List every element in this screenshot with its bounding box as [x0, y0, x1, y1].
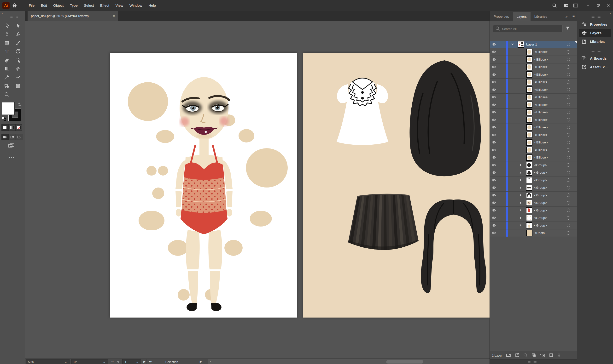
layer-row[interactable]: <Ellipse>: [490, 86, 577, 94]
layer-label[interactable]: <Group>: [534, 208, 547, 212]
visibility-toggle[interactable]: [490, 146, 498, 154]
visibility-toggle[interactable]: [490, 64, 498, 71]
lock-toggle[interactable]: [498, 169, 506, 177]
visibility-toggle[interactable]: [490, 41, 498, 48]
artboard-tool[interactable]: [13, 82, 24, 90]
dock-button-layers[interactable]: Layers: [579, 29, 611, 37]
clipping-mask-icon[interactable]: [532, 353, 536, 358]
home-icon[interactable]: [12, 2, 18, 9]
target-circle[interactable]: [562, 124, 575, 131]
width-tool[interactable]: [13, 65, 24, 73]
document-tab[interactable]: paper_doll.pdf @ 50 % (CMYK/Preview) ×: [27, 11, 118, 21]
target-circle[interactable]: [562, 78, 575, 86]
layer-thumbnail[interactable]: [526, 200, 532, 206]
layer-row[interactable]: <Group>: [490, 184, 577, 192]
lock-toggle[interactable]: [498, 214, 506, 222]
layer-thumbnail[interactable]: [526, 147, 532, 153]
close-button[interactable]: [603, 0, 613, 11]
tab-libraries[interactable]: Libraries: [531, 12, 551, 21]
double-arrow-icon[interactable]: »: [566, 14, 568, 19]
layer-label[interactable]: <Ellipse>: [534, 88, 548, 91]
target-circle[interactable]: [562, 64, 575, 71]
swap-fill-stroke-icon[interactable]: [17, 102, 22, 107]
target-circle[interactable]: [562, 169, 575, 177]
visibility-toggle[interactable]: [490, 222, 498, 229]
menu-window[interactable]: Window: [126, 0, 145, 11]
layer-label[interactable]: <Ellipse>: [534, 73, 548, 76]
layer-thumbnail[interactable]: [526, 71, 532, 78]
layer-thumbnail[interactable]: [526, 102, 532, 108]
chevron-right-icon[interactable]: [519, 194, 522, 197]
screen-mode-icon[interactable]: [8, 143, 14, 149]
collapse-panel-icon[interactable]: «: [2, 12, 3, 15]
visibility-toggle[interactable]: [490, 78, 498, 86]
draw-normal-button[interactable]: [1, 134, 9, 140]
zoom-tool[interactable]: [1, 90, 13, 99]
target-circle[interactable]: [562, 154, 575, 161]
layer-thumbnail[interactable]: [526, 109, 532, 116]
chevron-right-icon[interactable]: [519, 209, 522, 212]
layer-label[interactable]: <Ellipse>: [534, 103, 548, 106]
selection-tool[interactable]: [1, 21, 13, 30]
lock-toggle[interactable]: [498, 71, 506, 78]
lock-toggle[interactable]: [498, 116, 506, 124]
lock-toggle[interactable]: [498, 161, 506, 169]
layer-row[interactable]: <Ellipse>: [490, 94, 577, 101]
chevron-right-icon[interactable]: [519, 164, 522, 167]
lock-toggle[interactable]: [498, 41, 506, 48]
target-circle[interactable]: [562, 222, 575, 229]
prev-artboard-icon[interactable]: ◀: [117, 360, 119, 363]
layer-label[interactable]: <Group>: [534, 224, 547, 227]
draw-behind-button[interactable]: [9, 134, 16, 140]
visibility-toggle[interactable]: [490, 207, 498, 214]
layer-thumbnail[interactable]: [526, 155, 532, 161]
status-flyout-icon[interactable]: ▶: [200, 360, 202, 363]
artboard-number-dropdown[interactable]: 1 ⌄: [122, 359, 141, 364]
search-icon[interactable]: [551, 2, 558, 9]
lock-toggle[interactable]: [498, 78, 506, 86]
menu-effect[interactable]: Effect: [97, 0, 112, 11]
visibility-toggle[interactable]: [490, 48, 498, 56]
layer-thumbnail[interactable]: [526, 56, 532, 63]
eraser-tool[interactable]: [1, 56, 13, 65]
layer-thumbnail[interactable]: [526, 177, 532, 183]
visibility-toggle[interactable]: [490, 184, 498, 192]
target-circle[interactable]: [562, 48, 575, 56]
visibility-toggle[interactable]: [490, 56, 498, 63]
layer-row[interactable]: <Ellipse>: [490, 124, 577, 131]
layer-label[interactable]: <Group>: [534, 194, 547, 197]
chevron-down-icon[interactable]: [511, 43, 514, 45]
layer-thumbnail[interactable]: [526, 79, 532, 85]
layer-label[interactable]: <Ellipse>: [534, 110, 548, 114]
visibility-toggle[interactable]: [490, 124, 498, 131]
draw-inside-button[interactable]: [16, 134, 23, 140]
layer-thumbnail[interactable]: [526, 185, 532, 191]
none-button[interactable]: [15, 124, 22, 131]
direct-selection-tool[interactable]: [13, 21, 24, 30]
lock-toggle[interactable]: [498, 94, 506, 101]
layer-label[interactable]: <Group>: [534, 201, 547, 205]
visibility-toggle[interactable]: [490, 71, 498, 78]
layer-label[interactable]: <Ellipse>: [534, 65, 548, 69]
visibility-toggle[interactable]: [490, 192, 498, 199]
restore-button[interactable]: [593, 0, 603, 11]
menu-select[interactable]: Select: [81, 0, 97, 11]
fill-swatch[interactable]: [2, 102, 14, 115]
layer-thumbnail[interactable]: [526, 139, 532, 146]
first-artboard-icon[interactable]: ⏮: [111, 360, 114, 364]
layer-thumbnail[interactable]: [526, 49, 532, 55]
tab-properties[interactable]: Properties: [490, 12, 513, 21]
layer-row[interactable]: Layer 1: [490, 41, 577, 48]
collapse-dock-icon[interactable]: «: [610, 12, 611, 15]
lock-toggle[interactable]: [498, 229, 506, 237]
target-circle[interactable]: [562, 192, 575, 199]
layer-row[interactable]: <Ellipse>: [490, 116, 577, 124]
rotate-tool[interactable]: [13, 47, 24, 56]
lock-toggle[interactable]: [498, 177, 506, 184]
export-icon[interactable]: [515, 353, 519, 358]
layer-label[interactable]: <Group>: [534, 171, 547, 174]
visibility-toggle[interactable]: [490, 116, 498, 124]
color-button[interactable]: [1, 124, 8, 131]
layer-thumbnail[interactable]: [526, 64, 532, 70]
layer-label[interactable]: <Ellipse>: [534, 95, 548, 99]
